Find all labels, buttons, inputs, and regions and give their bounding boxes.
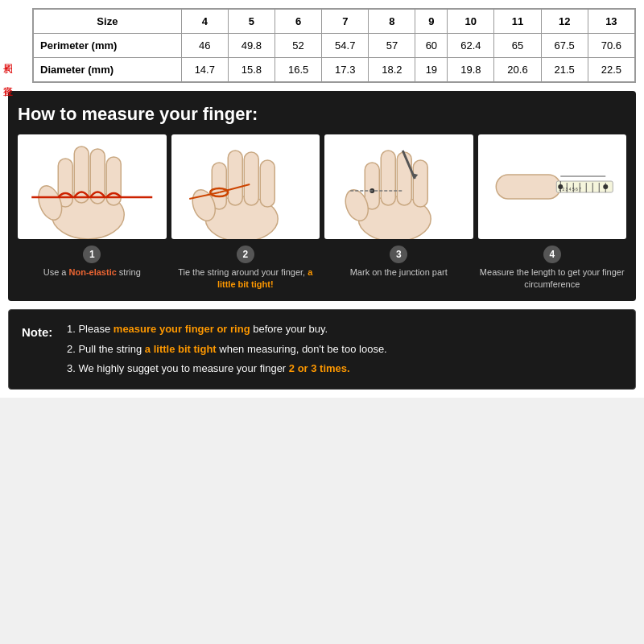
perimeter-label: Perimeter (mm) <box>34 34 182 58</box>
col-4: 4 <box>181 10 228 34</box>
col-9: 9 <box>415 10 448 34</box>
col-10: 10 <box>448 10 494 34</box>
note-section: Note: 1. Please measure your finger or r… <box>8 309 636 390</box>
step-3-number: 3 <box>390 246 407 263</box>
col-6: 6 <box>275 10 322 34</box>
d-8: 18.2 <box>369 58 415 82</box>
svg-rect-23 <box>413 160 427 207</box>
step-2-highlight: a little bit tight! <box>217 267 312 289</box>
note-item-2: 2. Pull the string a little bit tight wh… <box>67 341 387 358</box>
table-header-row: Size 4 5 6 7 8 9 10 11 12 13 <box>34 10 635 34</box>
svg-rect-12 <box>244 152 258 205</box>
step-1-desc: 1 Use a Non-elastic string <box>18 246 167 291</box>
svg-rect-30 <box>496 175 560 199</box>
d-10: 19.8 <box>448 58 494 82</box>
note-items: 1. Please measure your finger or ring be… <box>67 321 387 378</box>
main-container: 周长 直径 Size 4 5 6 7 8 9 10 11 12 13 <box>0 0 644 398</box>
step-4-image: 1 2 3 4 5 6 7 <box>478 134 627 239</box>
note-3-highlight: 2 or 3 times. <box>289 362 350 374</box>
svg-point-43 <box>603 184 608 189</box>
p-7: 54.7 <box>322 34 369 58</box>
step-1-image <box>18 134 167 239</box>
d-9: 19 <box>415 58 448 82</box>
d-11: 20.6 <box>494 58 541 82</box>
step-3-text: Mark on the junction part <box>324 266 473 279</box>
step-4-text: Measure the length to get your finger ci… <box>478 266 627 291</box>
how-to-title: How to measure your finger: <box>18 104 626 125</box>
step-2-desc: 2 Tie the string around your finger, a l… <box>171 246 320 291</box>
col-5: 5 <box>228 10 275 34</box>
step-4-desc: 4 Measure the length to get your finger … <box>478 246 627 291</box>
d-6: 16.5 <box>275 58 322 82</box>
note-2-highlight: a little bit tight <box>145 343 217 355</box>
p-8: 57 <box>369 34 415 58</box>
step-1-highlight: Non-elastic <box>69 267 117 277</box>
diameter-label: Diameter (mm) <box>34 58 182 82</box>
size-table: Size 4 5 6 7 8 9 10 11 12 13 Perimeter (… <box>33 9 635 82</box>
step-4-number: 4 <box>543 246 561 263</box>
p-4: 46 <box>181 34 228 58</box>
how-to-section: How to measure your finger: <box>8 91 636 301</box>
note-item-3: 3. We highly sugget you to measure your … <box>67 361 387 378</box>
p-13: 70.6 <box>588 34 634 58</box>
note-header-line: Note: 1. Please measure your finger or r… <box>22 321 622 378</box>
p-10: 62.4 <box>448 34 494 58</box>
col-size: Size <box>34 10 182 34</box>
d-12: 21.5 <box>541 58 588 82</box>
chinese-labels: 周长 直径 <box>0 56 13 79</box>
size-table-wrapper: Size 4 5 6 7 8 9 10 11 12 13 Perimeter (… <box>32 8 636 83</box>
col-12: 12 <box>541 10 588 34</box>
d-4: 14.7 <box>181 58 228 82</box>
p-6: 52 <box>275 34 322 58</box>
step-2-text: Tie the string around your finger, a lit… <box>171 266 320 291</box>
step-3-image <box>324 134 473 239</box>
note-item-1: 1. Please measure your finger or ring be… <box>67 321 387 338</box>
note-1-highlight: measure your finger or ring <box>114 323 250 335</box>
diameter-row: Diameter (mm) 14.7 15.8 16.5 17.3 18.2 1… <box>34 58 635 82</box>
p-12: 67.5 <box>541 34 588 58</box>
svg-point-42 <box>558 184 563 189</box>
col-13: 13 <box>588 10 634 34</box>
steps-descriptions: 1 Use a Non-elastic string 2 Tie the str… <box>18 246 626 291</box>
svg-rect-21 <box>381 151 395 205</box>
steps-images: 1 2 3 4 5 6 7 <box>18 134 626 239</box>
svg-rect-13 <box>260 160 275 207</box>
note-label: Note: <box>22 321 62 378</box>
svg-rect-11 <box>228 151 242 205</box>
p-11: 65 <box>494 34 541 58</box>
step-1-text: Use a Non-elastic string <box>18 266 167 279</box>
step-2-image <box>171 134 320 239</box>
d-7: 17.3 <box>322 58 369 82</box>
d-13: 22.5 <box>588 58 634 82</box>
p-9: 60 <box>415 34 448 58</box>
step-1-number: 1 <box>83 246 101 263</box>
step-3-desc: 3 Mark on the junction part <box>324 246 473 291</box>
col-7: 7 <box>322 10 369 34</box>
svg-rect-22 <box>397 152 411 205</box>
p-5: 49.8 <box>228 34 275 58</box>
d-5: 15.8 <box>228 58 275 82</box>
col-8: 8 <box>369 10 415 34</box>
col-11: 11 <box>494 10 541 34</box>
step-2-number: 2 <box>237 246 254 263</box>
perimeter-row: Perimeter (mm) 46 49.8 52 54.7 57 60 62.… <box>34 34 635 58</box>
